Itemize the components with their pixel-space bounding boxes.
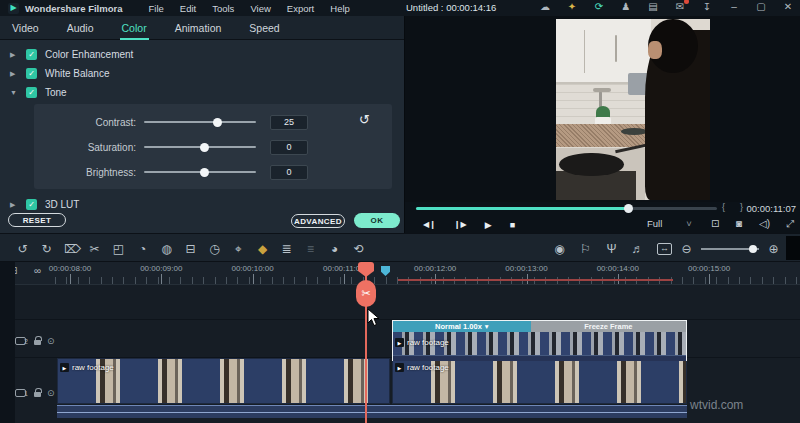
reset-button[interactable]: RESET bbox=[8, 213, 66, 227]
maximize-icon[interactable]: ▢ bbox=[755, 1, 767, 12]
lock-track-icon[interactable] bbox=[34, 392, 41, 397]
motion-tracking-icon[interactable]: ⌖ bbox=[232, 243, 245, 255]
tab-animation[interactable]: Animation bbox=[173, 18, 224, 38]
fullscreen-expand-icon[interactable]: ⤢ bbox=[786, 218, 794, 230]
adjust-icon[interactable]: ≣ bbox=[280, 243, 293, 255]
checkbox-color-enhancement[interactable]: ✓ bbox=[26, 49, 37, 60]
expand-arrow-icon[interactable]: ▼ bbox=[10, 89, 18, 96]
checkbox-white-balance[interactable]: ✓ bbox=[26, 68, 37, 79]
clip-play-icon: ▶ bbox=[395, 363, 404, 372]
menu-item-file[interactable]: File bbox=[149, 3, 164, 14]
toggle-visibility-icon[interactable]: ⊙ bbox=[47, 337, 55, 346]
contrast-value[interactable]: 25 bbox=[270, 115, 308, 130]
snapshot-camera-icon[interactable]: ◙ bbox=[736, 218, 742, 229]
freeze-frame-badge[interactable]: Freeze Frame bbox=[531, 321, 686, 332]
timeline-ruler[interactable]: ⊞ ∞ 00:00:08:0000:00:09:0000:00:10:0000:… bbox=[0, 262, 800, 285]
seek-knob[interactable] bbox=[624, 204, 633, 213]
save-icon[interactable]: ▤ bbox=[647, 1, 659, 12]
audio-waveform-strip[interactable] bbox=[57, 405, 687, 418]
cut-icon[interactable]: ✂ bbox=[88, 243, 101, 255]
whats-new-icon[interactable]: ✦ bbox=[566, 1, 578, 12]
playhead-scissors-handle[interactable]: ✂ bbox=[356, 280, 376, 307]
display-device-icon[interactable]: ⊡ bbox=[711, 218, 719, 229]
raw-footage-clip-1[interactable]: ▶ raw footage bbox=[57, 358, 390, 404]
tab-audio[interactable]: Audio bbox=[65, 18, 96, 38]
beat-detection-icon[interactable]: ♬ bbox=[631, 243, 644, 255]
rotate-icon[interactable]: ⟲ bbox=[352, 243, 365, 255]
chevron-down-icon: ▾ bbox=[485, 322, 489, 331]
preview-seek-bar[interactable] bbox=[416, 207, 717, 210]
saturation-value[interactable]: 0 bbox=[270, 140, 308, 155]
menu-item-help[interactable]: Help bbox=[330, 3, 350, 14]
export-media-icon[interactable]: ↧ bbox=[701, 1, 713, 12]
undo-icon[interactable]: ↺ bbox=[16, 243, 29, 255]
project-title: Untitled : 00:00:14:16 bbox=[406, 2, 496, 13]
saturation-label: Saturation: bbox=[34, 142, 144, 153]
toggle-visibility-icon[interactable]: ⊙ bbox=[47, 389, 55, 398]
expand-arrow-icon[interactable]: ▶ bbox=[10, 70, 18, 78]
mark-in-icon[interactable]: { bbox=[722, 202, 725, 212]
zoom-slider-knob[interactable] bbox=[749, 245, 757, 253]
checkbox-tone[interactable]: ✓ bbox=[26, 87, 37, 98]
delete-icon[interactable]: ⌦ bbox=[64, 243, 77, 255]
green-screen-icon[interactable]: ⊟ bbox=[184, 243, 197, 255]
marker-icon[interactable]: ⚐ bbox=[579, 243, 592, 255]
keyframe-icon[interactable]: ◆ bbox=[256, 243, 269, 255]
volume-icon[interactable]: ◁) bbox=[759, 218, 770, 229]
menu-item-tools[interactable]: Tools bbox=[212, 3, 234, 14]
raw-footage-clip-2[interactable]: ▶ raw footage bbox=[392, 358, 687, 404]
color-palette-icon[interactable]: ◍ bbox=[160, 243, 173, 255]
play-button[interactable]: ▶ bbox=[485, 220, 492, 230]
preview-zoom-select[interactable]: Full˅ bbox=[647, 218, 692, 229]
audio-mixer-icon[interactable]: ≡ bbox=[304, 243, 317, 255]
previous-frame-button[interactable]: ◀❙ bbox=[423, 220, 436, 229]
menu-item-export[interactable]: Export bbox=[287, 3, 314, 14]
minimize-icon[interactable]: – bbox=[728, 1, 740, 12]
mark-out-icon[interactable]: } bbox=[740, 202, 743, 212]
cloud-icon[interactable]: ☁ bbox=[539, 1, 551, 12]
tab-video[interactable]: Video bbox=[10, 18, 41, 38]
section-color-enhancement[interactable]: ▶ ✓ Color Enhancement bbox=[0, 45, 404, 64]
ruler-timecode: 00:00:10:00 bbox=[223, 264, 283, 273]
duration-icon[interactable]: ◷ bbox=[208, 243, 221, 255]
menu-item-edit[interactable]: Edit bbox=[180, 3, 196, 14]
tab-speed[interactable]: Speed bbox=[247, 18, 281, 38]
advanced-button[interactable]: ADVANCED bbox=[291, 214, 345, 228]
expand-arrow-icon[interactable]: ▶ bbox=[10, 51, 18, 59]
voiceover-mic-icon[interactable]: Ψ bbox=[605, 243, 618, 255]
next-frame-button[interactable]: ❙▶ bbox=[454, 220, 467, 229]
clip-name: raw footage bbox=[407, 363, 449, 372]
tab-color[interactable]: Color bbox=[120, 18, 149, 38]
brightness-value[interactable]: 0 bbox=[270, 165, 308, 180]
checkbox-3d-lut[interactable]: ✓ bbox=[26, 199, 37, 210]
section-white-balance[interactable]: ▶ ✓ White Balance bbox=[0, 64, 404, 83]
notification-badge bbox=[684, 0, 689, 4]
ok-button[interactable]: OK bbox=[354, 213, 400, 228]
tone-reset-icon[interactable]: ↺ bbox=[359, 112, 370, 127]
contrast-slider[interactable] bbox=[144, 121, 256, 123]
selected-freeze-clip[interactable]: Normal 1.00x▾ Freeze Frame ▶ raw footage bbox=[392, 320, 687, 361]
section-tone[interactable]: ▼ ✓ Tone bbox=[0, 83, 404, 102]
render-preview-icon[interactable]: ◉ bbox=[553, 243, 566, 255]
account-icon[interactable]: ♟ bbox=[620, 1, 632, 12]
saturation-slider[interactable] bbox=[144, 146, 256, 148]
lock-track-icon[interactable] bbox=[34, 340, 41, 345]
timeline-marker-icon[interactable] bbox=[381, 266, 390, 276]
stop-button[interactable]: ■ bbox=[510, 220, 515, 230]
expand-arrow-icon[interactable]: ▶ bbox=[10, 201, 18, 209]
redo-icon[interactable]: ↻ bbox=[40, 243, 53, 255]
close-icon[interactable]: ✕ bbox=[782, 1, 794, 12]
crop-icon[interactable]: ◰ bbox=[112, 243, 125, 255]
speed-icon[interactable]: ◔ bbox=[136, 243, 149, 255]
brightness-slider[interactable] bbox=[144, 171, 256, 173]
zoom-out-icon[interactable]: ⊖ bbox=[680, 243, 693, 255]
sync-icon[interactable]: ⟳ bbox=[593, 1, 605, 12]
zoom-in-icon[interactable]: ⊕ bbox=[767, 243, 780, 255]
mail-icon[interactable]: ✉ bbox=[674, 1, 686, 12]
speed-badge[interactable]: Normal 1.00x▾ bbox=[393, 321, 531, 332]
timeline-zoom-slider[interactable] bbox=[701, 248, 759, 250]
fit-timeline-icon[interactable]: ↔ bbox=[657, 243, 672, 255]
menu-item-view[interactable]: View bbox=[250, 3, 270, 14]
clip-thumbnails[interactable]: ▶ raw footage bbox=[393, 332, 686, 355]
color-match-icon[interactable]: ◕ bbox=[328, 243, 341, 255]
